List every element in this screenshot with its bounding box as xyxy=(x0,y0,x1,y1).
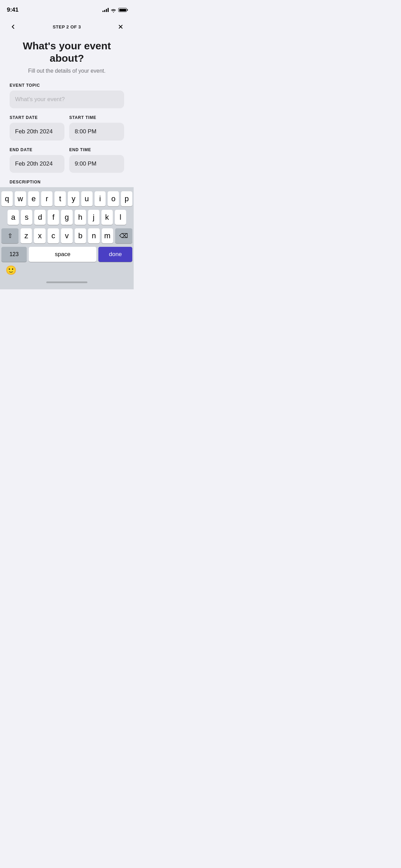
keyboard-row-1: q w e r t y u i o p xyxy=(1,191,132,206)
key-y[interactable]: y xyxy=(68,191,79,206)
step-indicator: Step 2 of 3 xyxy=(53,24,81,29)
status-icons xyxy=(102,8,127,12)
key-d[interactable]: d xyxy=(34,210,46,225)
home-indicator xyxy=(1,276,132,288)
key-q[interactable]: q xyxy=(1,191,13,206)
key-v[interactable]: v xyxy=(61,228,72,243)
done-key[interactable]: done xyxy=(98,247,132,262)
start-date-group: Start Date Feb 20th 2024 xyxy=(10,115,64,141)
event-topic-input[interactable] xyxy=(10,91,124,108)
event-topic-label: Event Topic xyxy=(10,83,124,88)
emoji-icon[interactable]: 🙂 xyxy=(5,265,16,276)
start-time-input[interactable]: 8:00 PM xyxy=(69,123,124,141)
close-button[interactable] xyxy=(114,21,127,33)
page-title: What's your event about? xyxy=(10,40,124,64)
space-key[interactable]: space xyxy=(29,247,96,262)
end-time-label: End Time xyxy=(69,147,124,152)
key-u[interactable]: u xyxy=(81,191,93,206)
end-date-group: End Date Feb 20th 2024 xyxy=(10,147,64,173)
key-r[interactable]: r xyxy=(41,191,52,206)
key-m[interactable]: m xyxy=(102,228,113,243)
keyboard: q w e r t y u i o p a s d f g h j k l ⇧ … xyxy=(0,187,134,289)
key-x[interactable]: x xyxy=(34,228,45,243)
description-label: Description xyxy=(10,180,124,184)
home-bar xyxy=(46,281,87,283)
keyboard-row-3: ⇧ z x c v b n m ⌫ xyxy=(1,228,132,243)
back-button[interactable] xyxy=(7,21,19,33)
key-g[interactable]: g xyxy=(61,210,72,225)
start-section: Start Date Feb 20th 2024 Start Time 8:00… xyxy=(10,115,124,141)
page-subtitle: Fill out the details of your event. xyxy=(10,68,124,74)
wifi-icon xyxy=(111,8,116,12)
end-date-label: End Date xyxy=(10,147,64,152)
key-t[interactable]: t xyxy=(54,191,66,206)
key-e[interactable]: e xyxy=(28,191,39,206)
end-section: End Date Feb 20th 2024 End Time 9:00 PM xyxy=(10,147,124,173)
key-i[interactable]: i xyxy=(95,191,106,206)
key-j[interactable]: j xyxy=(88,210,99,225)
status-time: 9:41 xyxy=(7,7,19,13)
key-s[interactable]: s xyxy=(21,210,32,225)
shift-key[interactable]: ⇧ xyxy=(1,228,19,243)
start-time-label: Start Time xyxy=(69,115,124,120)
key-w[interactable]: w xyxy=(15,191,26,206)
end-date-input[interactable]: Feb 20th 2024 xyxy=(10,155,64,173)
backspace-key[interactable]: ⌫ xyxy=(115,228,132,243)
start-time-group: Start Time 8:00 PM xyxy=(69,115,124,141)
key-z[interactable]: z xyxy=(21,228,32,243)
event-topic-section: Event Topic xyxy=(10,83,124,108)
key-l[interactable]: l xyxy=(115,210,126,225)
numbers-key[interactable]: 123 xyxy=(1,247,27,262)
key-c[interactable]: c xyxy=(48,228,59,243)
signal-icon xyxy=(102,8,109,12)
end-time-group: End Time 9:00 PM xyxy=(69,147,124,173)
start-date-input[interactable]: Feb 20th 2024 xyxy=(10,123,64,141)
key-f[interactable]: f xyxy=(48,210,59,225)
key-o[interactable]: o xyxy=(108,191,119,206)
keyboard-row-4: 123 space done xyxy=(1,247,132,262)
key-a[interactable]: a xyxy=(8,210,19,225)
key-n[interactable]: n xyxy=(88,228,99,243)
key-k[interactable]: k xyxy=(101,210,113,225)
key-h[interactable]: h xyxy=(75,210,86,225)
end-time-input[interactable]: 9:00 PM xyxy=(69,155,124,173)
nav-bar: Step 2 of 3 xyxy=(0,16,134,37)
key-b[interactable]: b xyxy=(75,228,86,243)
emoji-row: 🙂 xyxy=(1,264,132,276)
keyboard-row-2: a s d f g h j k l xyxy=(1,210,132,225)
key-p[interactable]: p xyxy=(121,191,132,206)
status-bar: 9:41 xyxy=(0,0,134,15)
battery-icon xyxy=(118,8,127,12)
start-date-label: Start Date xyxy=(10,115,64,120)
